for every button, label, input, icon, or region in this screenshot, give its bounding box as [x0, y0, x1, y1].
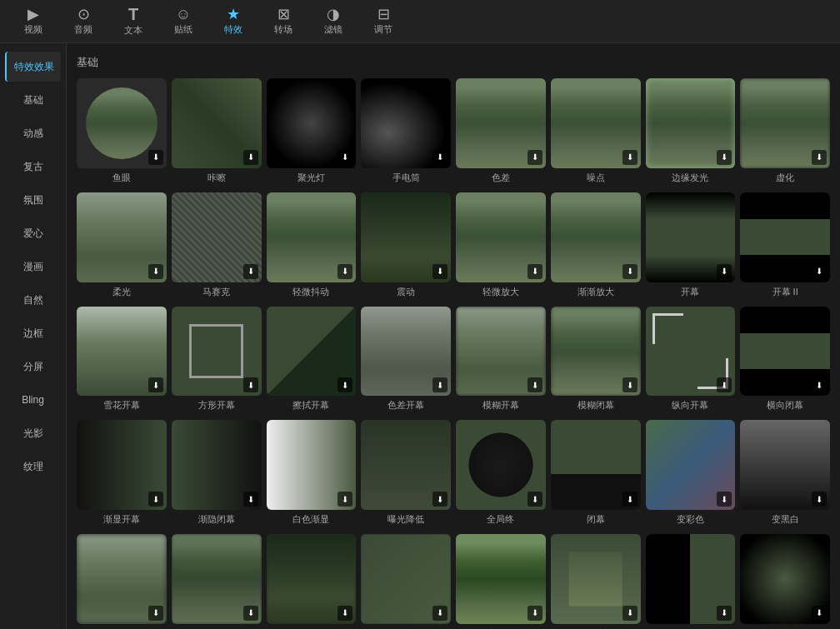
- effect-blur-close[interactable]: ⬇ 模糊闭幕: [551, 307, 641, 412]
- download-spotlight[interactable]: ⬇: [338, 150, 352, 165]
- sidebar-item-split[interactable]: 分屏: [5, 352, 61, 382]
- sidebar-item-light[interactable]: 光影: [5, 418, 61, 448]
- effect-open2[interactable]: ⬇ 开幕 II: [740, 192, 830, 298]
- effect-bw[interactable]: ⬇ 变黑白: [740, 420, 830, 526]
- download-lens-zoom[interactable]: ⬇: [622, 606, 638, 621]
- toolbar-transition[interactable]: ⊠ 转场: [258, 2, 308, 41]
- effect-mosaic2[interactable]: ⬇ 马赛克: [172, 192, 262, 298]
- effect-close[interactable]: ⬇ 闭幕: [551, 420, 641, 526]
- effect-shake[interactable]: ⬇ 震动: [361, 192, 451, 298]
- download-corner-open[interactable]: ⬇: [717, 377, 732, 392]
- sidebar-item-texture[interactable]: 纹理: [5, 452, 61, 482]
- effect-close2[interactable]: ⬇ 闭幕 II: [646, 534, 736, 629]
- sidebar-item-natural[interactable]: 自然: [5, 285, 61, 315]
- download-particle-blur[interactable]: ⬇: [243, 606, 258, 621]
- download-glow-edge[interactable]: ⬇: [717, 150, 732, 165]
- download-close[interactable]: ⬇: [622, 492, 638, 507]
- effect-slight-zoom[interactable]: ⬇ 轻微放大: [456, 192, 546, 298]
- sidebar-item-frame[interactable]: 边框: [5, 318, 61, 348]
- effect-spotlight[interactable]: ⬇ 聚光灯: [267, 78, 357, 184]
- toolbar-adjust[interactable]: ⊟ 调节: [358, 2, 408, 41]
- sidebar-item-bling[interactable]: Bling: [5, 385, 61, 415]
- effect-grad-zoom[interactable]: ⬇ 渐渐放大: [551, 192, 641, 298]
- sidebar-item-basic[interactable]: 基础: [5, 85, 61, 115]
- download-blur2[interactable]: ⬇: [148, 606, 163, 621]
- download-blur-bg[interactable]: ⬇: [812, 150, 827, 165]
- effect-fisheye[interactable]: ⬇ 鱼眼: [77, 78, 167, 184]
- download-square-open[interactable]: ⬇: [243, 377, 258, 392]
- download-horizontal-close[interactable]: ⬇: [812, 377, 827, 392]
- effect-glow-edge[interactable]: ⬇ 边缘发光: [646, 78, 736, 184]
- toolbar-effects[interactable]: ★ 特效: [208, 2, 258, 41]
- effect-blur-open[interactable]: ⬇ 模糊开幕: [456, 307, 546, 412]
- download-focus[interactable]: ⬇: [812, 606, 827, 621]
- effect-white-fade[interactable]: ⬇ 白色渐显: [267, 420, 357, 526]
- effect-slight-shake[interactable]: ⬇ 轻微抖动: [267, 192, 357, 298]
- download-aberration[interactable]: ⬇: [528, 150, 542, 165]
- download-v-blur[interactable]: ⬇: [338, 606, 352, 621]
- download-torch[interactable]: ⬇: [432, 150, 448, 165]
- download-close2[interactable]: ⬇: [717, 606, 732, 621]
- download-grad-zoom[interactable]: ⬇: [622, 264, 638, 279]
- toolbar-audio[interactable]: ⊙ 音频: [58, 2, 108, 41]
- effect-slant-blur[interactable]: ⬇ 斜向模糊: [361, 534, 451, 629]
- effect-iris-close[interactable]: ⬇ 全局终: [456, 420, 546, 526]
- effect-square-open[interactable]: ⬇ 方形开幕: [172, 307, 262, 412]
- effect-sharpen[interactable]: ⬇ 变清晰: [456, 534, 546, 629]
- toolbar-filter[interactable]: ◑ 滤镜: [308, 2, 358, 41]
- effect-lens-zoom[interactable]: ⬇ 镜头变焦: [551, 534, 641, 629]
- download-slant-blur[interactable]: ⬇: [432, 606, 448, 621]
- sidebar-item-mood[interactable]: 氛围: [5, 185, 61, 215]
- effect-fade-out-close[interactable]: ⬇ 渐隐闭幕: [172, 420, 262, 526]
- sidebar-item-love[interactable]: 爱心: [5, 218, 61, 248]
- download-snap[interactable]: ⬇: [243, 150, 258, 165]
- effect-snow-open[interactable]: ⬇ 雪花开幕: [77, 307, 167, 412]
- effect-noise[interactable]: ⬇ 噪点: [551, 78, 641, 184]
- effect-colorize[interactable]: ⬇ 变彩色: [646, 420, 736, 526]
- download-shake[interactable]: ⬇: [432, 264, 448, 279]
- effect-focus[interactable]: ⬇ 聚焦: [740, 534, 830, 629]
- effect-wipe-open[interactable]: ⬇ 擦拭开幕: [267, 307, 357, 412]
- download-fade-in-open[interactable]: ⬇: [148, 492, 163, 507]
- download-soft[interactable]: ⬇: [148, 264, 163, 279]
- download-slight-zoom[interactable]: ⬇: [528, 264, 542, 279]
- download-exposure[interactable]: ⬇: [432, 492, 448, 507]
- download-aberration-open[interactable]: ⬇: [432, 377, 448, 392]
- effect-exposure[interactable]: ⬇ 曝光降低: [361, 420, 451, 526]
- effect-particle-blur[interactable]: ⬇ 粒子模糊: [172, 534, 262, 629]
- download-colorize[interactable]: ⬇: [717, 492, 732, 507]
- effect-horizontal-close[interactable]: ⬇ 横向闭幕: [740, 307, 830, 412]
- download-open2[interactable]: ⬇: [812, 264, 827, 279]
- effect-aberration-open[interactable]: ⬇ 色差开幕: [361, 307, 451, 412]
- download-blur-open[interactable]: ⬇: [528, 377, 542, 392]
- download-snow-open[interactable]: ⬇: [148, 377, 163, 392]
- toolbar-text[interactable]: T 文本: [108, 2, 158, 41]
- download-iris-close[interactable]: ⬇: [528, 492, 542, 507]
- sidebar-item-all-effects[interactable]: 特效效果: [5, 52, 61, 82]
- download-sharpen[interactable]: ⬇: [528, 606, 542, 621]
- sidebar-item-motion[interactable]: 动感: [5, 118, 61, 148]
- effect-fade-in-open[interactable]: ⬇ 渐显开幕: [77, 420, 167, 526]
- effect-snap[interactable]: ⬇ 咔嚓: [172, 78, 262, 184]
- effect-open[interactable]: ⬇ 开幕: [646, 192, 736, 298]
- effect-blur-bg[interactable]: ⬇ 虚化: [740, 78, 830, 184]
- effect-v-blur[interactable]: ⬇ 纵向模糊: [267, 534, 357, 629]
- sidebar-item-retro[interactable]: 复古: [5, 152, 61, 182]
- toolbar-sticker[interactable]: ☺ 贴纸: [158, 2, 208, 41]
- download-open[interactable]: ⬇: [717, 264, 732, 279]
- effect-corner-open[interactable]: ⬇ 纵向开幕: [646, 307, 736, 412]
- effect-blur2[interactable]: ⬇ 模糊: [77, 534, 167, 629]
- download-blur-close[interactable]: ⬇: [622, 377, 638, 392]
- download-bw[interactable]: ⬇: [812, 492, 827, 507]
- download-fade-out-close[interactable]: ⬇: [243, 492, 258, 507]
- download-white-fade[interactable]: ⬇: [338, 492, 352, 507]
- effect-soft[interactable]: ⬇ 柔光: [77, 192, 167, 298]
- toolbar-video[interactable]: ▶ 视频: [8, 2, 58, 41]
- download-slight-shake[interactable]: ⬇: [338, 264, 352, 279]
- download-mosaic2[interactable]: ⬇: [243, 264, 258, 279]
- effect-torch[interactable]: ⬇ 手电筒: [361, 78, 451, 184]
- sidebar-item-comic[interactable]: 漫画: [5, 252, 61, 282]
- download-fisheye[interactable]: ⬇: [148, 150, 163, 165]
- download-wipe-open[interactable]: ⬇: [338, 377, 352, 392]
- download-noise[interactable]: ⬇: [622, 150, 638, 165]
